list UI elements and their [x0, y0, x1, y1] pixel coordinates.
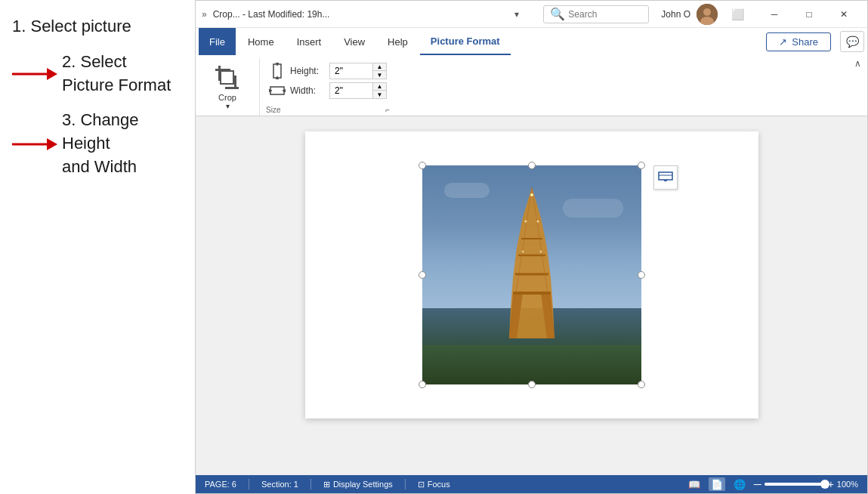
crop-label: Crop [218, 93, 236, 102]
step3-text: 3. Change Heightand Width [62, 109, 183, 178]
size-group-footer: Size ⌐ [260, 106, 396, 114]
width-icon [269, 84, 286, 97]
svg-rect-11 [270, 87, 284, 94]
status-sep-3 [405, 479, 406, 489]
quick-access-chevron[interactable]: » [202, 9, 207, 20]
crop-icon [214, 64, 241, 91]
handle-top-left[interactable] [419, 162, 426, 169]
width-row: Width: ▲ ▼ [269, 82, 387, 99]
step1-text: 1. Select picture [12, 15, 131, 39]
tab-insert-label: Insert [297, 36, 322, 48]
section-info: Section: 1 [261, 480, 298, 489]
instruction-step1: 1. Select picture [12, 15, 183, 39]
zoom-track[interactable] [765, 483, 825, 486]
ribbon-content: Crop ▾ [196, 55, 867, 116]
ribbon-tabs: File Home Insert View Help Picture Forma… [196, 28, 867, 55]
height-spinners: ▲ ▼ [372, 63, 386, 79]
eiffel-image [422, 165, 641, 384]
tab-file[interactable]: File [199, 28, 236, 55]
read-mode-button[interactable]: 📖 [686, 477, 703, 491]
handle-bottom-left[interactable] [419, 381, 426, 388]
svg-point-25 [536, 221, 539, 223]
svg-point-27 [539, 251, 542, 253]
focus-label: Focus [428, 480, 450, 489]
selected-image[interactable] [422, 165, 641, 384]
focus-button[interactable]: ⊡ Focus [418, 480, 450, 489]
display-settings-icon: ⊞ [323, 480, 330, 489]
comment-icon: 💬 [846, 36, 859, 48]
svg-rect-5 [221, 71, 233, 84]
focus-icon: ⊡ [418, 480, 425, 489]
tab-home[interactable]: Home [237, 28, 285, 55]
zoom-out-button[interactable]: ─ [754, 478, 761, 490]
tab-home-label: Home [248, 36, 274, 48]
handle-bottom-right[interactable] [638, 381, 645, 388]
print-layout-icon: 📄 [711, 479, 723, 490]
handle-top-right[interactable] [638, 162, 645, 169]
web-layout-button[interactable]: 🌐 [731, 477, 748, 491]
height-row: Height: ▲ ▼ [269, 63, 387, 79]
ribbon-display-icon: ⬜ [731, 8, 744, 20]
ribbon-collapse-button[interactable]: ∧ [854, 58, 861, 69]
arrow-icon-2 [12, 137, 57, 151]
svg-rect-8 [273, 64, 281, 78]
handle-middle-left[interactable] [419, 271, 426, 279]
tab-picture-format[interactable]: Picture Format [420, 28, 511, 55]
instruction-step2: 2. SelectPicture Format [12, 51, 183, 97]
image-layout-button[interactable] [653, 165, 678, 190]
size-expand-icon[interactable]: ⌐ [385, 106, 390, 114]
tab-picture-format-label: Picture Format [431, 36, 500, 47]
tab-view[interactable]: View [333, 28, 375, 55]
zoom-controls: ─ + 100% [754, 478, 858, 490]
size-group: Height: ▲ ▼ [260, 58, 396, 116]
window-controls: ─ □ ✕ [757, 1, 861, 28]
tab-help[interactable]: Help [377, 28, 419, 55]
search-input[interactable] [568, 9, 642, 20]
search-icon: 🔍 [550, 7, 565, 21]
width-input-wrap: ▲ ▼ [329, 82, 387, 99]
display-settings-label: Display Settings [333, 480, 393, 489]
search-box[interactable]: 🔍 [543, 5, 649, 23]
svg-point-24 [524, 221, 527, 223]
user-avatar[interactable] [697, 4, 718, 25]
tab-insert[interactable]: Insert [286, 28, 332, 55]
svg-rect-7 [225, 87, 239, 89]
layout-icon [658, 171, 673, 184]
svg-point-23 [530, 193, 533, 196]
print-layout-button[interactable]: 📄 [709, 477, 725, 491]
crop-button[interactable]: Crop ▾ [208, 63, 247, 112]
user-name: John O [661, 9, 690, 20]
handle-bottom-center[interactable] [528, 381, 536, 388]
svg-point-1 [703, 8, 711, 16]
status-bar: PAGE: 6 Section: 1 ⊞ Display Settings ⊡ … [196, 475, 867, 493]
height-decrement-button[interactable]: ▼ [372, 71, 386, 79]
ribbon: File Home Insert View Help Picture Forma… [196, 28, 867, 116]
comment-button[interactable]: 💬 [840, 31, 864, 52]
read-mode-icon: 📖 [688, 479, 700, 490]
width-increment-button[interactable]: ▲ [372, 83, 386, 91]
share-label: Share [792, 36, 818, 48]
instruction-panel: 1. Select picture 2. SelectPicture Forma… [0, 0, 195, 494]
status-right-area: 📖 📄 🌐 ─ + 100% [686, 477, 858, 491]
crop-dropdown-chevron: ▾ [226, 102, 230, 110]
share-button[interactable]: ↗ Share [766, 32, 831, 51]
instruction-step3: 3. Change Heightand Width [12, 109, 183, 178]
zoom-thumb[interactable] [820, 480, 829, 489]
ribbon-display-button[interactable]: ⬜ [724, 4, 751, 25]
title-dropdown-icon[interactable]: ▾ [514, 9, 519, 20]
height-icon [269, 63, 286, 79]
width-decrement-button[interactable]: ▼ [372, 91, 386, 98]
minimize-button[interactable]: ─ [757, 1, 792, 28]
height-input-wrap: ▲ ▼ [329, 63, 387, 79]
document-page [305, 131, 758, 418]
tab-view-label: View [344, 36, 365, 48]
tab-help-label: Help [388, 36, 408, 48]
close-button[interactable]: ✕ [826, 1, 861, 28]
zoom-percentage: 100% [837, 480, 858, 489]
maximize-button[interactable]: □ [792, 1, 826, 28]
arrow-icon-1 [12, 67, 57, 81]
handle-top-center[interactable] [528, 162, 536, 169]
handle-middle-right[interactable] [638, 271, 645, 279]
display-settings-button[interactable]: ⊞ Display Settings [323, 480, 393, 489]
height-increment-button[interactable]: ▲ [372, 63, 386, 71]
